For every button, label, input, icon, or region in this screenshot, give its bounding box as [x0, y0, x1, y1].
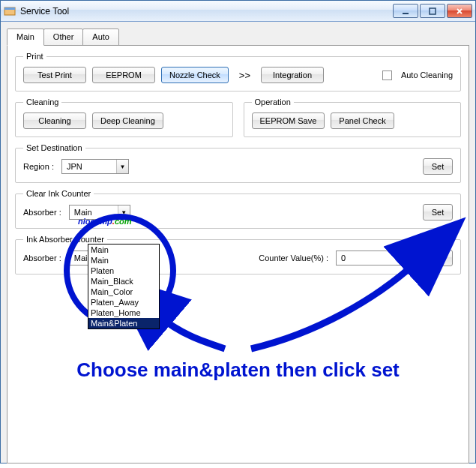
more-chevron: >> — [235, 70, 255, 81]
list-item[interactable]: Main — [88, 244, 159, 255]
svg-rect-2 — [403, 13, 409, 14]
counter-value: 0 — [337, 254, 403, 262]
app-window: Service Tool Main Other Auto Print Test … — [0, 0, 476, 464]
list-item[interactable]: Main_Color — [88, 286, 159, 297]
cleaning-legend: Cleaning — [23, 98, 61, 106]
eeprom-button[interactable]: EEPROM — [92, 67, 155, 83]
auto-cleaning-label: Auto Cleaning — [401, 70, 453, 80]
region-select[interactable]: JPN ▼ — [61, 159, 129, 174]
list-item[interactable]: Platen_Home — [88, 308, 159, 318]
chevron-down-icon: ▼ — [403, 251, 415, 265]
auto-cleaning-checkbox[interactable] — [382, 70, 392, 80]
set-destination-legend: Set Destination — [23, 143, 85, 152]
chevron-down-icon: ▼ — [116, 160, 128, 173]
cleaning-group: Cleaning Cleaning Deep Cleaning — [15, 98, 233, 137]
counter-value-select[interactable]: 0 ▼ — [336, 250, 415, 266]
cleaning-button[interactable]: Cleaning — [23, 112, 86, 129]
clear-ink-set-button[interactable]: Set — [423, 204, 453, 220]
list-item[interactable]: Main — [88, 255, 159, 266]
ink-absorber-group: Ink Absorber Counter Absorber : Main ▼ C… — [15, 235, 461, 274]
tab-strip: Main Other Auto — [7, 28, 469, 45]
chevron-down-icon: ▼ — [118, 206, 130, 219]
operation-legend: Operation — [252, 98, 294, 106]
region-value: JPN — [62, 162, 116, 171]
region-label: Region : — [23, 162, 54, 171]
list-item[interactable]: Platen — [88, 266, 159, 276]
tab-other[interactable]: Other — [43, 28, 84, 46]
clear-absorber-value: Main — [70, 208, 118, 217]
set-destination-group: Set Destination Region : JPN ▼ Set — [15, 143, 461, 183]
integration-button[interactable]: Integration — [261, 67, 324, 83]
title-bar: Service Tool — [1, 1, 475, 22]
list-item-selected[interactable]: Main&Platen — [88, 318, 159, 328]
deep-cleaning-button[interactable]: Deep Cleaning — [92, 112, 163, 129]
ink-absorber-legend: Ink Absorber Counter — [23, 235, 107, 244]
absorber-dropdown-list[interactable]: Main Main Platen Main_Black Main_Color P… — [88, 244, 160, 329]
ink-absorber-set-button[interactable]: Set — [423, 250, 453, 266]
maximize-button[interactable] — [420, 4, 445, 18]
tab-panel-main: Print Test Print EEPROM Nozzle Check >> … — [7, 45, 469, 464]
window-title: Service Tool — [20, 6, 391, 16]
clear-absorber-select[interactable]: Main ▼ — [69, 205, 130, 220]
nozzle-check-button[interactable]: Nozzle Check — [161, 67, 229, 83]
test-print-button[interactable]: Test Print — [23, 67, 86, 83]
list-item[interactable]: Main_Black — [88, 276, 159, 286]
list-item[interactable]: Platen_Away — [88, 297, 159, 308]
minimize-button[interactable] — [393, 4, 418, 18]
operation-group: Operation EEPROM Save Panel Check — [244, 98, 462, 137]
ink-absorber-label: Absorber : — [23, 254, 61, 262]
svg-rect-1 — [4, 8, 15, 10]
tab-auto[interactable]: Auto — [82, 28, 119, 46]
dest-set-button[interactable]: Set — [423, 158, 453, 175]
clear-absorber-label: Absorber : — [23, 208, 61, 217]
print-legend: Print — [23, 52, 46, 61]
clear-ink-group: Clear Ink Counter Absorber : Main ▼ Set — [15, 189, 461, 229]
app-icon — [4, 5, 16, 17]
close-button[interactable] — [447, 4, 472, 18]
panel-check-button[interactable]: Panel Check — [331, 112, 394, 129]
svg-rect-3 — [430, 8, 436, 14]
tab-main[interactable]: Main — [7, 28, 44, 46]
clear-ink-legend: Clear Ink Counter — [23, 189, 94, 198]
client-area: Main Other Auto Print Test Print EEPROM … — [1, 22, 475, 463]
eeprom-save-button[interactable]: EEPROM Save — [252, 112, 325, 129]
counter-value-label: Counter Value(%) : — [259, 254, 328, 262]
print-group: Print Test Print EEPROM Nozzle Check >> … — [15, 52, 461, 92]
